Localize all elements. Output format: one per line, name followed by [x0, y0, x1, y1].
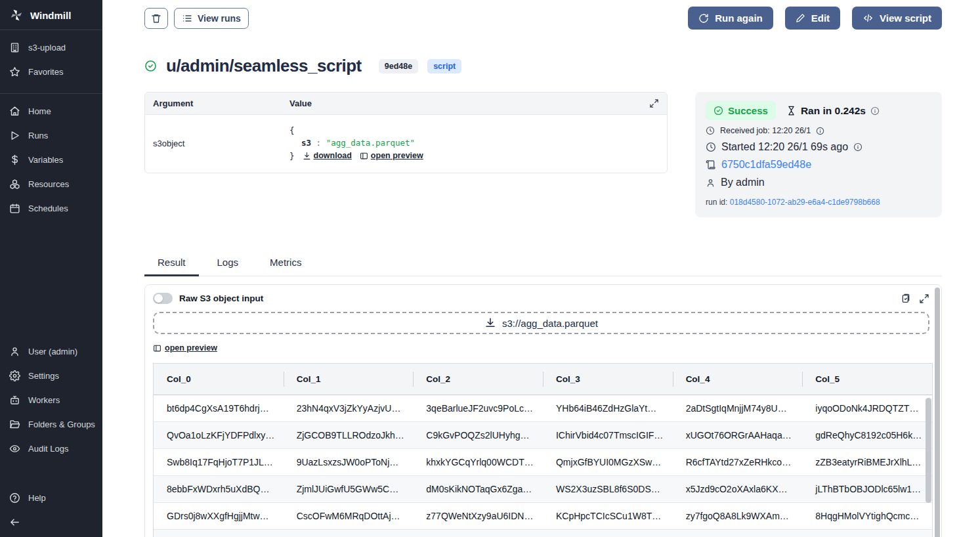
arg-name: s3object — [153, 124, 289, 162]
sidebar-item-label: Schedules — [28, 204, 68, 213]
arguments-table: Argument Value s3object { s3 : — [144, 92, 668, 173]
tab-logs[interactable]: Logs — [204, 251, 252, 276]
s3-download-button[interactable]: s3://agg_data.parquet — [153, 312, 929, 334]
calendar-icon — [9, 203, 20, 214]
table-cell: 23hN4qxV3jZkYyAzjvU… — [284, 395, 414, 421]
table-cell: xUGOt76ORGrAAHaqa… — [673, 421, 803, 448]
job-id-link[interactable]: 6750c1dfa59ed48e — [721, 159, 811, 171]
sidebar-item-workers[interactable]: Workers — [0, 388, 102, 412]
sidebar-item-user[interactable]: User (admin) — [0, 339, 102, 364]
sidebar-item-variables[interactable]: Variables — [0, 148, 102, 172]
sidebar-item-label: Audit Logs — [28, 444, 68, 454]
sidebar-item-label: Settings — [28, 371, 59, 381]
table-cell: 8ebbFxWDxrh5uXdBQ… — [154, 475, 284, 502]
view-runs-button[interactable]: View runs — [174, 8, 249, 29]
gear-icon — [9, 370, 20, 381]
args-col-argument: Argument — [153, 98, 289, 108]
table-cell: QmjxGfBYUI0MGzXSw… — [543, 448, 673, 475]
table-header-row: Col_0Col_1Col_2Col_3Col_4Col_5 — [154, 364, 932, 395]
sidebar-item-label: Favorites — [28, 67, 63, 77]
table-cell: zy7fgoQ8A8Lk9WXAm… — [673, 502, 803, 529]
table-cell: x5Jzd9cO2oXAxla6KX… — [673, 475, 803, 502]
title-row: u/admin/seamless_script 9ed48e script — [144, 56, 942, 76]
sidebar-item-favorites[interactable]: Favorites — [0, 60, 102, 84]
sidebar-collapse-button[interactable] — [0, 510, 102, 534]
download-link[interactable]: download — [303, 150, 352, 162]
script-type-badge: script — [427, 59, 461, 74]
copy-icon[interactable] — [901, 293, 911, 304]
open-preview-link-args[interactable]: open preview — [360, 150, 423, 162]
table-cell: gdReQhyC8192c05H6k… — [802, 421, 932, 448]
sidebar-item-audit-logs[interactable]: Audit Logs — [0, 437, 102, 461]
info-icon — [816, 127, 824, 135]
tab-metrics[interactable]: Metrics — [257, 251, 314, 276]
pencil-icon — [796, 13, 805, 23]
boxes-icon — [9, 179, 20, 190]
args-row: s3object { s3 : "agg_data.parquet" } — [145, 115, 667, 173]
table-cell: YHb64iB46ZdHzGlaYt… — [543, 395, 673, 421]
download-icon — [303, 152, 311, 160]
hash-badge: 9ed48e — [379, 59, 418, 74]
sidebar-item-help[interactable]: Help — [0, 486, 102, 510]
refresh-icon — [698, 13, 709, 24]
arrow-left-icon — [9, 517, 20, 528]
table-row-partial — [154, 529, 932, 537]
open-preview-link-result[interactable]: open preview — [153, 343, 217, 353]
sidebar-item-runs[interactable]: Runs — [0, 123, 102, 148]
star-icon — [9, 66, 20, 77]
result-panel: Raw S3 object input — [144, 284, 942, 537]
user-icon — [9, 346, 20, 357]
sidebar-item-label: Variables — [28, 155, 63, 165]
table-cell: GDrs0j8wXXgfHgjjMtw… — [154, 502, 284, 529]
table-col-header: Col_5 — [802, 364, 932, 395]
trash-icon — [151, 13, 161, 24]
play-icon — [9, 130, 20, 141]
status-panel: Success Ran in 0.242s — [695, 92, 942, 217]
sidebar-item-home[interactable]: Home — [0, 99, 102, 123]
table-col-header: Col_2 — [413, 364, 543, 395]
tab-result[interactable]: Result — [144, 251, 199, 276]
table-cell: jLThBTbOBJODlc65lw1… — [802, 475, 932, 502]
sidebar-item-resources[interactable]: Resources — [0, 172, 102, 196]
s3-link-text: s3://agg_data.parquet — [502, 318, 598, 329]
table-cell: 3qeBarlueJF2uvc9PoLc… — [413, 395, 543, 421]
delete-button[interactable] — [144, 8, 168, 29]
table-cell: QvOa1oLzKFjYDFPdlxy… — [154, 421, 284, 448]
view-script-button[interactable]: View script — [852, 7, 942, 30]
table-cell: bt6dp4CgXsA19T6hdrj… — [154, 395, 284, 421]
panel-open-icon — [360, 152, 368, 160]
clock-icon — [706, 126, 715, 135]
info-icon — [853, 142, 863, 152]
raw-s3-toggle[interactable] — [153, 293, 173, 304]
check-circle-icon — [714, 106, 723, 116]
result-scrollbar[interactable] — [935, 288, 940, 537]
run-id-link[interactable]: 018d4580-1072-ab29-e6a4-c1de9798b668 — [730, 198, 880, 207]
table-col-header: Col_4 — [673, 364, 803, 395]
sidebar-item-s3-upload[interactable]: s3-upload — [0, 35, 102, 60]
dollar-icon — [9, 154, 20, 165]
sidebar: Windmill s3-upload F — [0, 0, 102, 537]
sidebar-item-settings[interactable]: Settings — [0, 364, 102, 388]
table-cell: 2aDtSgtIqMnjjM74y8U… — [673, 395, 803, 421]
table-scrollbar[interactable] — [926, 398, 931, 503]
sidebar-item-folders-groups[interactable]: Folders & Groups — [0, 412, 102, 437]
app-root: Windmill s3-upload F — [0, 0, 980, 537]
sidebar-item-schedules[interactable]: Schedules — [0, 196, 102, 221]
status-badge: Success — [706, 101, 776, 120]
run-again-button[interactable]: Run again — [688, 7, 773, 30]
table-row: Swb8Iq17FqHjoT7P1JL…9UazLsxzsJW0oPToNj…k… — [154, 448, 932, 475]
edit-button[interactable]: Edit — [785, 7, 840, 30]
table-cell: KCpHpcTCIcSCu1W8T… — [543, 502, 673, 529]
expand-result-icon[interactable] — [919, 293, 929, 304]
duration-text: Ran in 0.242s — [786, 105, 880, 117]
table-col-header: Col_1 — [284, 364, 414, 395]
sidebar-item-label: Help — [28, 493, 46, 503]
table-cell: IChirVbid4c07TmscIGIF… — [543, 421, 673, 448]
sidebar-item-label: Folders & Groups — [28, 419, 95, 429]
sidebar-item-label: User (admin) — [28, 347, 77, 356]
expand-args-icon[interactable] — [649, 98, 659, 108]
table-cell: CscOFwM6MRqDOttAj… — [284, 502, 414, 529]
tabs-bar: Result Logs Metrics — [144, 251, 942, 276]
hourglass-icon — [786, 106, 796, 116]
sidebar-logo[interactable]: Windmill — [0, 0, 102, 30]
